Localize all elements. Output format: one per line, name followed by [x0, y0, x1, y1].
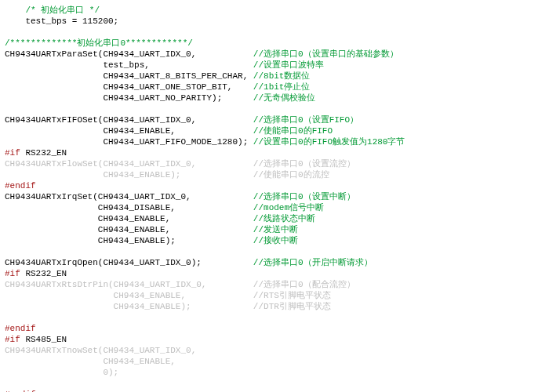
code-call: CH9434_ENABLE, [5, 225, 253, 234]
code-comment: //发送中断 [253, 225, 298, 234]
code-comment: //无奇偶校验位 [253, 93, 315, 103]
code-call: CH9434_DISABLE, [5, 203, 253, 212]
code-call: CH9434UARTxIrqSet(CH9434_UART_IDX_0, [5, 192, 253, 201]
code-line: CH9434_ENABLE); //DTR引脚电平状态 [5, 301, 544, 312]
code-line: CH9434_ENABLE, //RTS引脚电平状态 [5, 290, 544, 301]
code-line: CH9434UARTxRtsDtrPin(CH9434_UART_IDX_0, … [5, 279, 544, 290]
code-segment: RS485_EN [20, 335, 67, 344]
code-line: CH9434_UART_NO_PARITY); //无奇偶校验位 [5, 93, 544, 103]
code-line: #if RS232_EN [5, 268, 544, 279]
code-line: #endif [5, 180, 544, 191]
code-line: CH9434_ENABLE, //使能串口0的FIFO [5, 125, 544, 136]
code-segment [5, 5, 25, 15]
code-segment: test_bps = 115200; [5, 16, 118, 26]
code-line: CH9434_ENABLE); //接收中断 [5, 235, 544, 246]
code-comment: //选择串口0（设置中断） [253, 192, 355, 201]
code-segment: RS232_EN [20, 269, 67, 278]
code-comment: //设置串口0的FIFO触发值为1280字节 [253, 137, 405, 147]
code-segment: #if [5, 269, 20, 278]
code-comment: //选择串口0（设置FIFO） [253, 115, 358, 125]
code-line: test_bps = 115200; [5, 16, 544, 27]
code-segment: /*************初始化串口0************/ [5, 38, 193, 48]
code-line: CH9434UARTxParaSet(CH9434_UART_IDX_0, //… [5, 49, 544, 60]
code-call: CH9434_ENABLE, [5, 357, 253, 366]
code-line: CH9434_ENABLE, //发送中断 [5, 224, 544, 235]
code-line: CH9434_ENABLE, //线路状态中断 [5, 213, 544, 224]
code-block: /* 初始化串口 */ test_bps = 115200; /********… [0, 0, 549, 392]
code-call: CH9434_ENABLE, [5, 214, 253, 223]
code-line: /*************初始化串口0************/ [5, 38, 544, 49]
code-call: CH9434UARTxFlowSet(CH9434_UART_IDX_0, [5, 159, 253, 169]
code-call: CH9434_UART_FIFO_MODE_1280); [5, 137, 253, 147]
code-segment: #if [5, 148, 20, 158]
code-line [5, 27, 544, 38]
code-line: CH9434_ENABLE, [5, 356, 544, 367]
code-call: CH9434_ENABLE); [5, 302, 253, 311]
code-comment: //设置串口波特率 [253, 60, 324, 70]
code-line: test_bps, //设置串口波特率 [5, 60, 544, 71]
code-comment: //8bit数据位 [253, 71, 311, 81]
code-comment: //1bit停止位 [253, 82, 311, 92]
code-line [5, 246, 544, 257]
code-line: #endif [5, 389, 544, 392]
code-line: #if RS485_EN [5, 334, 544, 345]
code-call: CH9434_ENABLE); [5, 170, 253, 180]
code-comment: //modem信号中断 [253, 203, 324, 212]
code-comment: //使能串口0的流控 [253, 170, 329, 180]
code-comment: //使能串口0的FIFO [253, 126, 333, 136]
code-comment: //RTS引脚电平状态 [253, 291, 331, 300]
code-line: CH9434UARTxIrqSet(CH9434_UART_IDX_0, //选… [5, 191, 544, 202]
code-call: CH9434UARTxRtsDtrPin(CH9434_UART_IDX_0, [5, 280, 253, 289]
code-line: CH9434UARTxFIFOSet(CH9434_UART_IDX_0, //… [5, 114, 544, 125]
code-segment: /* 初始化串口 */ [25, 5, 100, 15]
code-line: /* 初始化串口 */ [5, 5, 544, 16]
code-line: CH9434UARTxIrqOpen(CH9434_UART_IDX_0); /… [5, 257, 544, 268]
code-call: CH9434_UART_8_BITS_PER_CHAR, [5, 71, 253, 81]
code-segment: RS232_EN [20, 148, 67, 158]
code-segment: #if [5, 335, 20, 344]
code-call: CH9434_ENABLE, [5, 126, 253, 136]
code-call: CH9434UARTxParaSet(CH9434_UART_IDX_0, [5, 49, 253, 59]
code-comment: //DTR引脚电平状态 [253, 302, 331, 311]
code-call: CH9434_ENABLE, [5, 291, 253, 300]
code-call: CH9434UARTxFIFOSet(CH9434_UART_IDX_0, [5, 115, 253, 125]
code-comment: //选择串口0（设置串口的基础参数） [253, 49, 398, 59]
code-comment: //选择串口0（配合流控） [253, 280, 355, 289]
code-line: 0); [5, 367, 544, 378]
code-call: CH9434_ENABLE); [5, 236, 253, 245]
code-segment: #endif [5, 181, 36, 191]
code-line: CH9434_UART_FIFO_MODE_1280); //设置串口0的FIF… [5, 136, 544, 147]
code-call: CH9434UARTxTnowSet(CH9434_UART_IDX_0, [5, 346, 253, 355]
code-line [5, 103, 544, 114]
code-call: CH9434_UART_NO_PARITY); [5, 93, 253, 103]
code-segment: #endif [5, 324, 36, 333]
code-line: #endif [5, 323, 544, 334]
code-line: #if RS232_EN [5, 147, 544, 158]
code-comment: //接收中断 [253, 236, 298, 245]
code-comment: //选择串口0（开启中断请求） [253, 258, 373, 267]
code-line [5, 312, 544, 323]
code-call: CH9434_UART_ONE_STOP_BIT, [5, 82, 253, 92]
code-line: CH9434_DISABLE, //modem信号中断 [5, 202, 544, 213]
code-line [5, 378, 544, 389]
code-comment: //线路状态中断 [253, 214, 315, 223]
code-line: CH9434_UART_ONE_STOP_BIT, //1bit停止位 [5, 82, 544, 93]
code-call: CH9434UARTxIrqOpen(CH9434_UART_IDX_0); [5, 258, 253, 267]
code-line: CH9434UARTxFlowSet(CH9434_UART_IDX_0, //… [5, 158, 544, 169]
code-line: CH9434_ENABLE); //使能串口0的流控 [5, 169, 544, 180]
code-line: CH9434UARTxTnowSet(CH9434_UART_IDX_0, [5, 345, 544, 356]
code-comment: //选择串口0（设置流控） [253, 159, 355, 169]
code-line: CH9434_UART_8_BITS_PER_CHAR, //8bit数据位 [5, 71, 544, 82]
code-call: test_bps, [5, 60, 253, 70]
code-call: 0); [5, 368, 253, 377]
